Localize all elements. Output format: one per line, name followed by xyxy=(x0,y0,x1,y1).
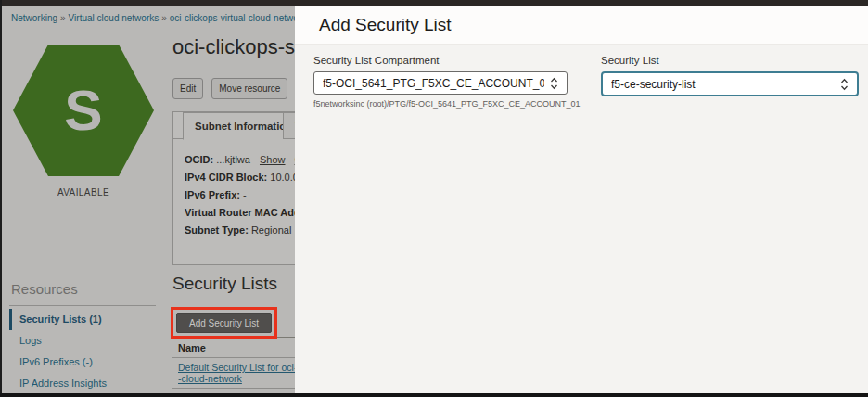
select-stepper-icon xyxy=(840,78,849,91)
compartment-field: Security List Compartment f5-OCI_5641_PT… xyxy=(313,55,568,109)
subnet-initial-letter: S xyxy=(64,82,102,139)
ipv4-cidr-label: IPv4 CIDR Block: xyxy=(185,172,267,183)
subnet-type-value: Regional xyxy=(251,224,291,236)
compartment-label: Security List Compartment xyxy=(313,55,568,66)
resources-list: Security Lists (1) Logs IPv6 Prefixes (-… xyxy=(9,309,167,393)
add-security-list-panel: Add Security List Security List Compartm… xyxy=(295,6,868,393)
ocid-show-link[interactable]: Show xyxy=(260,154,286,165)
panel-header: Add Security List xyxy=(295,6,868,45)
resources-heading: Resources xyxy=(11,281,78,297)
breadcrumb-separator: » xyxy=(60,13,66,23)
select-stepper-icon xyxy=(550,77,558,90)
status-badge: AVAILABLE xyxy=(13,187,154,198)
security-list-label: Security List xyxy=(601,55,859,66)
resources-divider xyxy=(9,305,156,306)
compartment-select-value: f5-OCI_5641_PTG_F5XC_CE_ACCOUNT_01 xyxy=(323,77,544,90)
sidebar-item-ip-address-insights[interactable]: IP Address Insights xyxy=(9,373,167,393)
move-resource-button[interactable]: Move resource xyxy=(211,78,287,99)
sidebar-item-logs[interactable]: Logs xyxy=(9,330,167,352)
compartment-select[interactable]: f5-OCI_5641_PTG_F5XC_CE_ACCOUNT_01 xyxy=(313,71,568,95)
sidebar-item-ipv6-prefixes[interactable]: IPv6 Prefixes (-) xyxy=(9,352,167,373)
sidebar-item-security-lists[interactable]: Security Lists (1) xyxy=(9,309,167,330)
panel-title: Add Security List xyxy=(295,6,868,45)
breadcrumb-virtual-cloud-networks[interactable]: Virtual cloud networks xyxy=(69,13,160,23)
security-list-select[interactable]: f5-ce-security-list xyxy=(601,71,859,96)
breadcrumb-networking[interactable]: Networking xyxy=(11,13,57,23)
compartment-helper-path: f5networksinc (root)/PTG/f5-OCI_5641_PTG… xyxy=(313,99,568,109)
security-list-select-value: f5-ce-security-list xyxy=(611,78,696,91)
ocid-value: ...kjtlwa xyxy=(216,154,250,165)
ocid-label: OCID: xyxy=(185,154,213,165)
add-security-list-button[interactable]: Add Security List xyxy=(176,313,272,333)
breadcrumb-vcn-name[interactable]: oci-clickops-virtual-cloud-network xyxy=(170,13,306,23)
ipv6-prefix-label: IPv6 Prefix: xyxy=(185,189,240,200)
subnet-type-label: Subnet Type: xyxy=(185,224,249,236)
window-frame-left xyxy=(0,0,2,397)
breadcrumb-separator: » xyxy=(161,13,167,23)
click-highlight-annotation: Add Security List xyxy=(171,307,277,339)
security-lists-heading: Security Lists xyxy=(172,274,277,294)
ipv6-prefix-value: - xyxy=(243,189,247,200)
breadcrumb: Networking»Virtual cloud networks»oci-cl… xyxy=(11,13,333,23)
window-frame-bottom xyxy=(0,393,868,397)
edit-button[interactable]: Edit xyxy=(172,78,203,99)
security-list-field: Security List f5-ce-security-list xyxy=(601,55,859,96)
subnet-hexagon-icon: S xyxy=(13,45,154,176)
screenshot-root: Networking»Virtual cloud networks»oci-cl… xyxy=(0,0,868,397)
window-frame-top xyxy=(0,0,868,6)
